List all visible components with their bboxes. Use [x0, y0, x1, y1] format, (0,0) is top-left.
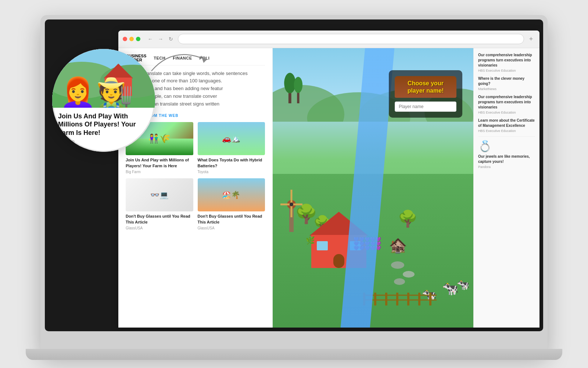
cow-3: 🐄	[457, 279, 470, 291]
sidebar-item-3-source: HBS Executive Education	[478, 111, 535, 114]
card-glasses-1-title: Don't Buy Glasses until You Read This Ar…	[126, 214, 193, 225]
sidebar-item-4-title: Learn more about the Certificate of Mana…	[478, 118, 535, 128]
card-glasses-2-source: GlassUSA	[198, 226, 265, 230]
new-tab-button[interactable]: +	[527, 35, 535, 43]
nav-tech[interactable]: TECH	[154, 56, 165, 60]
sidebar-item-2-source: MarketNews	[478, 87, 535, 91]
forward-button[interactable]: →	[157, 35, 165, 43]
card-toyota-source: Toyota	[198, 170, 265, 174]
svg-rect-30	[418, 293, 420, 306]
svg-rect-28	[396, 293, 398, 306]
cards-grid: Join Us And Play with Millions of Player…	[126, 122, 265, 230]
svg-rect-31	[429, 293, 431, 306]
card-toyota-title: What Does Toyota Do with Hybrid Batterie…	[198, 157, 265, 169]
svg-point-34	[394, 278, 405, 285]
laptop-base	[26, 349, 562, 360]
browser-window: ← → ↻ + BUSINESS INSIDER TECH	[118, 31, 539, 328]
sidebar-item-1-title: Our comprehensive leadership programs tu…	[478, 53, 535, 68]
sidebar-item-1-source: HBS Executive Education	[478, 69, 535, 72]
card-toyota[interactable]: What Does Toyota Do with Hybrid Batterie…	[198, 122, 265, 174]
card-glasses-1-source: GlassUSA	[126, 226, 193, 230]
svg-rect-26	[374, 293, 376, 306]
windmill-svg	[278, 184, 304, 232]
refresh-button[interactable]: ↻	[167, 35, 175, 43]
browser-nav: ← → ↻	[146, 35, 175, 43]
address-bar[interactable]	[178, 34, 524, 44]
game-background: 🌳 🌳 🌳	[273, 48, 473, 328]
maximize-button[interactable]	[136, 37, 140, 41]
card-toyota-image	[198, 122, 265, 155]
tree-3: 🌳	[398, 209, 418, 228]
sidebar-item-jewelry-title: Our jewels are like memories, capture yo…	[478, 154, 535, 164]
svg-rect-12	[317, 241, 328, 250]
card-glasses-2[interactable]: Don't Buy Glasses until You Read This Ar…	[198, 178, 265, 230]
zoom-characters: 👩‍🦰🧑‍🌾	[60, 78, 133, 108]
sidebar-right: Our comprehensive leadership programs tu…	[473, 48, 539, 328]
jewelry-image: 💍	[478, 140, 535, 153]
zoom-headline: Join Us And Play With Millions Of Player…	[58, 112, 149, 137]
player-name-panel: Choose your player name!	[389, 70, 462, 118]
fence-svg	[363, 291, 437, 306]
back-button[interactable]: ←	[146, 35, 154, 43]
player-panel-wood: Choose your player name!	[395, 76, 456, 98]
sidebar-item-jewelry-source: Pandora	[478, 165, 535, 169]
zoom-circle: 👩‍🦰🧑‍🌾 Join Us And Play With Millions Of…	[52, 49, 155, 152]
barn: 🏚️	[389, 237, 407, 254]
svg-rect-29	[407, 293, 409, 306]
nav-politics[interactable]: POLI	[200, 56, 210, 60]
game-column: 🌳 🌳 🌳	[273, 48, 473, 328]
screen-bezel: ← → ↻ + BUSINESS INSIDER TECH	[45, 19, 543, 331]
svg-point-8	[294, 77, 302, 93]
sidebar-item-4-source: HBS Executive Education	[478, 129, 535, 133]
traffic-lights	[123, 37, 140, 41]
svg-point-33	[403, 271, 415, 278]
sidebar-item-2-title: Where is the clever money going?	[478, 76, 535, 86]
svg-point-6	[284, 73, 295, 93]
close-button[interactable]	[123, 37, 127, 41]
card-glasses-2-image	[198, 178, 265, 211]
zoom-image: 👩‍🦰🧑‍🌾	[52, 49, 155, 108]
laptop-shell: ← → ↻ + BUSINESS INSIDER TECH	[40, 15, 548, 353]
zoom-content: 👩‍🦰🧑‍🌾 Join Us And Play With Millions Of…	[52, 49, 155, 152]
nav-finance[interactable]: FINANCE	[173, 56, 192, 60]
svg-text:🌿: 🌿	[306, 236, 315, 245]
card-farm-source: Big Farm	[126, 170, 193, 174]
svg-rect-11	[333, 254, 344, 268]
player-name-input[interactable]	[395, 101, 456, 112]
browser-chrome: ← → ↻ +	[118, 31, 539, 48]
card-glasses-1-image	[126, 178, 193, 211]
cow-1: 🐄	[442, 281, 459, 296]
svg-rect-27	[385, 293, 387, 306]
sidebar-item-3-title: Our comprehensive leadership programs tu…	[478, 94, 535, 110]
svg-point-22	[290, 203, 293, 206]
stone-path	[383, 254, 427, 291]
minimize-button[interactable]	[129, 37, 134, 41]
player-panel-title: Choose your player name!	[400, 80, 451, 95]
page-content: BUSINESS INSIDER TECH FINANCE POLI Googl…	[118, 48, 539, 328]
card-glasses-2-title: Don't Buy Glasses until You Read This Ar…	[198, 214, 265, 225]
card-farm-title: Join Us And Play with Millions of Player…	[126, 157, 193, 169]
svg-point-32	[391, 261, 404, 269]
card-glasses-1[interactable]: Don't Buy Glasses until You Read This Ar…	[126, 178, 193, 230]
